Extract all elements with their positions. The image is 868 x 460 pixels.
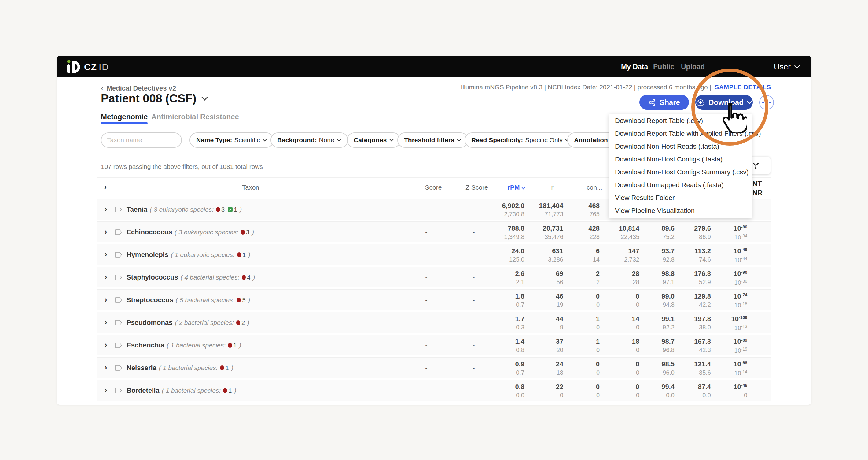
- nt-value: 10-90: [702, 270, 747, 278]
- pathogen-dot-icon: [242, 275, 246, 280]
- table-row[interactable]: ›Bordetella( 1 bacterial species:1)--0.8…: [97, 380, 771, 401]
- breadcrumb[interactable]: ‹ Medical Detectives v2: [101, 84, 176, 93]
- taxon-search[interactable]: [101, 133, 182, 148]
- menu-item-view-pipeline-visualization[interactable]: View Pipeline Visualization: [609, 204, 752, 217]
- expand-row-icon[interactable]: ›: [104, 204, 107, 214]
- taxon-name[interactable]: Echinococcus: [127, 228, 172, 236]
- taxon-flag-icon[interactable]: [115, 342, 122, 348]
- table-row[interactable]: ›Staphylococcus( 4 bacterial species:4)-…: [97, 267, 771, 287]
- nt-value: 468: [554, 202, 600, 210]
- score-value: -: [411, 274, 442, 281]
- table-row[interactable]: ›Neisseria( 1 bacterial species:1)--0.90…: [97, 357, 771, 378]
- expand-row-icon[interactable]: ›: [104, 272, 107, 282]
- taxon-name[interactable]: Staphylococcus: [127, 274, 178, 281]
- taxon-flag-icon[interactable]: [115, 320, 122, 326]
- table-body: ›Taenia( 3 eukaryotic species:31)--6,902…: [97, 197, 771, 403]
- sample-title[interactable]: Patient 008 (CSF): [101, 92, 208, 105]
- col-zscore[interactable]: Z Score: [462, 184, 492, 191]
- expand-row-icon[interactable]: ›: [104, 385, 107, 395]
- filter-pill-threshold-filters[interactable]: Threshold filters: [397, 133, 468, 148]
- sample-details-link[interactable]: SAMPLE DETAILS: [715, 84, 771, 90]
- menu-item-download-non-host-contigs-summary-csv[interactable]: Download Non-Host Contigs Summary (.csv): [609, 166, 752, 179]
- taxon-name[interactable]: Bordetella: [127, 386, 159, 395]
- col-contig[interactable]: con...: [579, 184, 610, 191]
- taxon-name[interactable]: Streptococcus: [127, 296, 173, 304]
- pathogen-count: 5: [242, 297, 245, 304]
- pathogen-dot-icon: [220, 366, 224, 370]
- nt-value: 1: [554, 338, 600, 346]
- expand-all-icon[interactable]: ›: [104, 182, 107, 192]
- top-nav: CZ ID My Data Public Upload User: [57, 56, 811, 77]
- taxon-flag-icon[interactable]: [115, 365, 122, 371]
- table-row[interactable]: ›Pseudomonas( 2 bacterial species:2)--1.…: [97, 312, 771, 333]
- nr-legend: NR: [752, 189, 763, 197]
- nav-public[interactable]: Public: [653, 63, 674, 71]
- table-row[interactable]: ›Hymenolepis( 1 eukaryotic species:1)--2…: [97, 244, 771, 265]
- nt-value: 428: [554, 225, 600, 232]
- nav-my-data[interactable]: My Data: [621, 63, 648, 71]
- taxon-flag-icon[interactable]: [115, 252, 122, 258]
- filter-pill-read-specificity[interactable]: Read Specificity:Specific Only: [465, 133, 577, 148]
- taxon-flag-icon[interactable]: [115, 229, 122, 235]
- nt-value: 10-46: [702, 383, 747, 391]
- share-button[interactable]: Share: [640, 95, 689, 110]
- pathogen-count: 1: [233, 342, 237, 349]
- table-row[interactable]: ›Escherichia( 1 bacterial species:1)--1.…: [97, 335, 771, 355]
- table-row[interactable]: ›Echinococcus( 3 eukaryotic species:3)--…: [97, 222, 771, 242]
- tab-antimicrobial-resistance[interactable]: Antimicrobial Resistance: [151, 113, 239, 121]
- nr-value: 10-18: [702, 301, 747, 309]
- expand-row-icon[interactable]: ›: [104, 363, 107, 372]
- taxon-name[interactable]: Taenia: [127, 205, 147, 213]
- menu-item-download-report-table-with-applied-filters-csv[interactable]: Download Report Table with Applied Filte…: [609, 127, 752, 140]
- col-score[interactable]: Score: [418, 184, 449, 191]
- expand-row-icon[interactable]: ›: [104, 227, 107, 236]
- taxon-flag-icon[interactable]: [115, 297, 122, 303]
- sort-descending-icon: [521, 187, 525, 190]
- download-button[interactable]: Download: [695, 95, 753, 110]
- chevron-down-icon: [337, 139, 341, 142]
- pathogen-dot-icon: [216, 207, 220, 212]
- taxon-flag-icon[interactable]: [115, 387, 122, 394]
- col-r[interactable]: r: [537, 184, 567, 191]
- nt-value: 10-68: [702, 360, 747, 368]
- nr-value: 0: [554, 301, 600, 308]
- breadcrumb-label: Medical Detectives v2: [107, 84, 176, 92]
- species-note-close: ): [240, 206, 242, 213]
- download-dropdown-menu: Download Report Table (.csv)Download Rep…: [609, 114, 752, 219]
- nav-upload[interactable]: Upload: [681, 63, 705, 71]
- chevron-down-icon[interactable]: [202, 97, 208, 100]
- taxon-name[interactable]: Neisseria: [127, 364, 156, 372]
- czid-logo[interactable]: CZ ID: [66, 59, 109, 75]
- taxon-search-input[interactable]: [107, 136, 190, 144]
- menu-item-download-non-host-reads-fasta[interactable]: Download Non-Host Reads (.fasta): [609, 140, 752, 153]
- tab-metagenomic[interactable]: Metagenomic: [101, 113, 148, 121]
- expand-row-icon[interactable]: ›: [104, 295, 107, 304]
- taxon-name[interactable]: Hymenolepis: [127, 251, 168, 259]
- col-rpm[interactable]: rPM: [501, 184, 532, 191]
- filter-pill-name-type[interactable]: Name Type:Scientific: [189, 133, 274, 148]
- expand-row-icon[interactable]: ›: [104, 317, 107, 327]
- menu-item-download-non-host-contigs-fasta[interactable]: Download Non-Host Contigs (.fasta): [609, 153, 752, 166]
- taxon-flag-icon[interactable]: [115, 206, 122, 212]
- score-value: -: [411, 296, 442, 304]
- expand-row-icon[interactable]: ›: [104, 340, 107, 350]
- back-chevron-icon: ‹: [101, 84, 103, 93]
- pathogen-count: 3: [221, 206, 225, 213]
- table-row[interactable]: ›Streptococcus( 5 bacterial species:5)--…: [97, 289, 771, 310]
- filter-pill-background[interactable]: Background:None: [271, 133, 348, 148]
- expand-row-icon[interactable]: ›: [104, 250, 107, 259]
- menu-item-download-unmapped-reads-fasta[interactable]: Download Unmapped Reads (.fasta): [609, 179, 752, 192]
- nr-value: 10-13: [702, 324, 747, 332]
- taxon-flag-icon[interactable]: [115, 275, 122, 281]
- taxon-name[interactable]: Escherichia: [127, 341, 164, 349]
- taxon-name[interactable]: Pseudomonas: [127, 319, 173, 327]
- col-taxon[interactable]: Taxon: [229, 184, 272, 191]
- pathogen-dot-icon: [241, 230, 245, 235]
- menu-item-view-results-folder[interactable]: View Results Folder: [609, 192, 752, 204]
- more-options-button[interactable]: [759, 95, 774, 110]
- nt-value: 0: [554, 292, 600, 300]
- filter-pill-categories[interactable]: Categories: [347, 133, 401, 148]
- pathogen-count: 1: [228, 387, 232, 394]
- menu-item-download-report-table-csv[interactable]: Download Report Table (.csv): [609, 114, 752, 127]
- user-menu[interactable]: User: [774, 62, 800, 71]
